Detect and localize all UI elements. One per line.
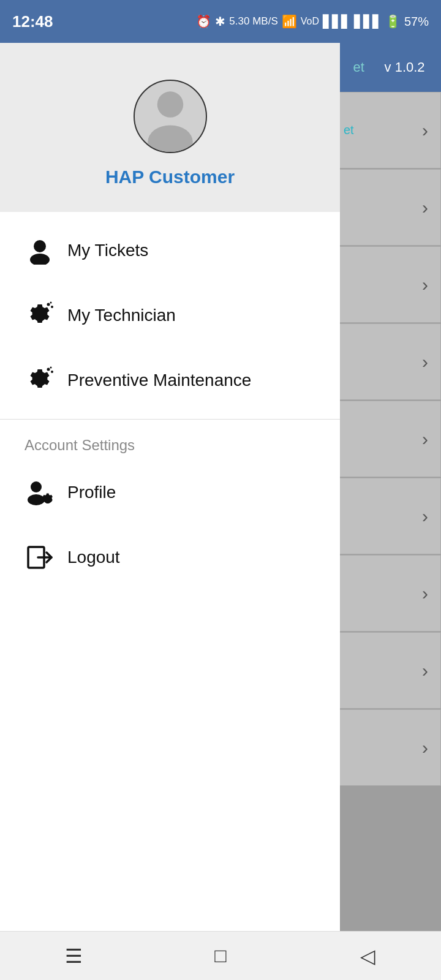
logout-label: Logout	[67, 548, 120, 567]
sidebar-item-preventive-maintenance[interactable]: Preventive Maintenance	[0, 348, 340, 413]
gear-star-icon-maintenance	[24, 365, 55, 396]
svg-point-6	[50, 302, 52, 304]
chevron-icon-8: ›	[422, 737, 428, 758]
profile-label: Profile	[67, 483, 116, 502]
navigation-drawer: HAP Customer My Tickets	[0, 43, 340, 980]
right-card-4[interactable]: ›	[337, 401, 441, 477]
wifi-icon: 📶	[282, 14, 297, 29]
avatar-svg	[135, 80, 206, 152]
bg-header-text: et	[353, 59, 364, 75]
avatar	[134, 80, 207, 153]
right-card-0[interactable]: et ›	[337, 92, 441, 168]
battery-percent: 57%	[404, 15, 429, 29]
drawer-profile-header: HAP Customer	[0, 43, 340, 212]
status-time: 12:48	[12, 12, 53, 31]
person-icon	[24, 235, 55, 266]
my-technician-label: My Technician	[67, 306, 176, 325]
home-icon: □	[214, 944, 226, 967]
gear-star-icon-technician	[24, 300, 55, 331]
right-card-3[interactable]: ›	[337, 323, 441, 400]
right-card-1[interactable]: ›	[337, 169, 441, 246]
svg-point-10	[31, 481, 42, 492]
signal-bars-1: ▋▋▋	[323, 14, 350, 29]
volte-icon: VoD	[301, 16, 319, 27]
right-card-7[interactable]: ›	[337, 632, 441, 709]
my-tickets-label: My Tickets	[67, 241, 148, 260]
chevron-icon-6: ›	[422, 583, 428, 604]
version-text: v 1.0.2	[385, 59, 425, 75]
logout-icon	[24, 542, 55, 573]
sidebar-item-logout[interactable]: Logout	[0, 525, 340, 590]
svg-point-8	[51, 371, 53, 373]
status-bar: 12:48 ⏰ ✱ 5.30 MB/S 📶 VoD ▋▋▋ ▋▋▋ 🔋 57%	[0, 0, 441, 43]
right-card-6[interactable]: ›	[337, 555, 441, 631]
nav-menu-button[interactable]: ☰	[49, 932, 98, 981]
right-card-2[interactable]: ›	[337, 246, 441, 323]
svg-point-0	[157, 91, 183, 118]
svg-point-5	[51, 306, 53, 308]
profile-icon	[24, 477, 55, 508]
chevron-icon-5: ›	[422, 506, 428, 527]
right-cards-panel: et › › › › › › › › ›	[337, 92, 441, 786]
bluetooth-icon: ✱	[215, 14, 225, 29]
sidebar-item-profile[interactable]: Profile	[0, 460, 340, 525]
chevron-icon-1: ›	[422, 197, 428, 218]
battery-icon: 🔋	[385, 14, 401, 29]
svg-point-1	[148, 125, 192, 152]
account-settings-header: Account Settings	[0, 426, 340, 460]
right-card-8[interactable]: ›	[337, 709, 441, 786]
svg-point-9	[50, 367, 52, 369]
hamburger-icon: ☰	[65, 944, 83, 968]
right-card-5[interactable]: ›	[337, 478, 441, 554]
sidebar-item-my-technician[interactable]: My Technician	[0, 283, 340, 348]
status-icons: ⏰ ✱ 5.30 MB/S 📶 VoD ▋▋▋ ▋▋▋ 🔋 57%	[196, 14, 429, 29]
chevron-icon-7: ›	[422, 660, 428, 681]
alarm-icon: ⏰	[196, 14, 211, 29]
menu-divider	[0, 419, 340, 420]
chevron-icon-4: ›	[422, 429, 428, 450]
chevron-icon-2: ›	[422, 274, 428, 295]
user-name: HAP Customer	[105, 167, 235, 187]
bg-header: et v 1.0.2	[337, 43, 441, 92]
svg-point-4	[47, 303, 50, 306]
svg-point-3	[30, 254, 50, 265]
signal-bars-2: ▋▋▋	[354, 14, 382, 29]
svg-point-11	[28, 494, 45, 505]
right-card-teal-text: et	[344, 123, 354, 137]
data-speed: 5.30 MB/S	[229, 15, 277, 28]
chevron-icon-3: ›	[422, 352, 428, 372]
bottom-navigation: ☰ □ ◁	[0, 931, 441, 980]
drawer-menu: My Tickets My Technician	[0, 212, 340, 980]
nav-back-button[interactable]: ◁	[343, 932, 392, 981]
svg-point-7	[47, 368, 50, 371]
chevron-icon-0: ›	[422, 120, 428, 141]
svg-point-2	[34, 240, 46, 252]
nav-home-button[interactable]: □	[196, 932, 245, 981]
preventive-maintenance-label: Preventive Maintenance	[67, 371, 251, 390]
back-icon: ◁	[360, 944, 375, 968]
sidebar-item-my-tickets[interactable]: My Tickets	[0, 218, 340, 283]
